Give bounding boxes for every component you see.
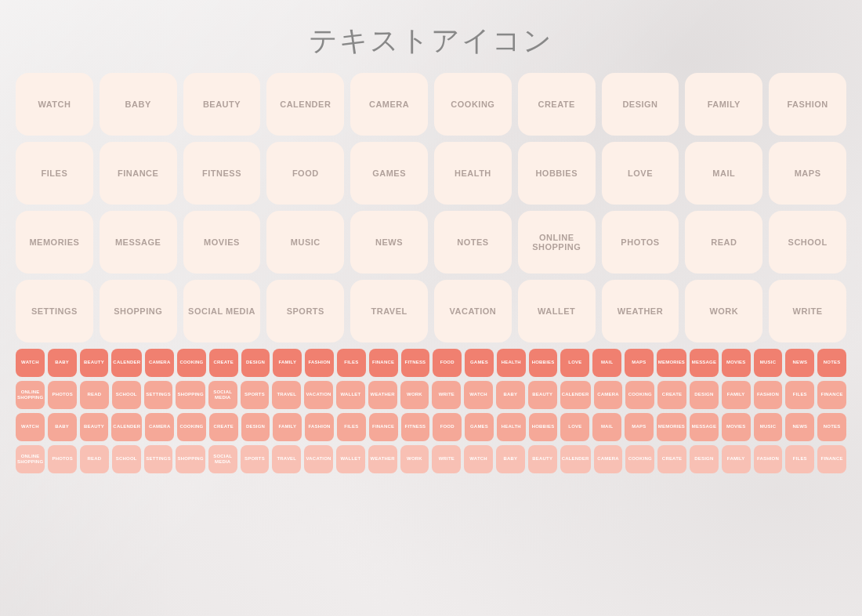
small-icon-food[interactable]: FOOD <box>433 413 462 441</box>
large-icon-movies[interactable]: MOVIES <box>183 211 261 274</box>
large-icon-maps[interactable]: MAPS <box>769 142 846 205</box>
small-icon-calender[interactable]: CALENDER <box>111 413 142 441</box>
small-icon-files[interactable]: FILES <box>785 381 814 409</box>
small-icon-create[interactable]: CREATE <box>209 413 238 441</box>
small-icon-finance[interactable]: FINANCE <box>369 413 398 441</box>
small-icon-watch[interactable]: WATCH <box>464 445 493 473</box>
small-icon-cooking[interactable]: COOKING <box>177 349 206 377</box>
small-icon-photos[interactable]: PHOTOS <box>48 381 77 409</box>
small-icon-write[interactable]: WRITE <box>432 381 461 409</box>
large-icon-food[interactable]: FOOD <box>266 142 344 205</box>
small-icon-wallet[interactable]: WALLET <box>336 381 365 409</box>
large-icon-social-media[interactable]: SOCIAL MEDIA <box>183 280 261 342</box>
small-icon-games[interactable]: GAMES <box>465 413 494 441</box>
small-icon-weather[interactable]: WEATHER <box>368 381 397 409</box>
small-icon-sports[interactable]: SPORTS <box>241 381 270 409</box>
small-icon-files[interactable]: FILES <box>337 413 366 441</box>
small-icon-news[interactable]: NEWS <box>785 349 814 377</box>
small-icon-files[interactable]: FILES <box>337 349 366 377</box>
small-icon-school[interactable]: SCHOOL <box>112 445 141 473</box>
small-icon-calender[interactable]: CALENDER <box>111 349 142 377</box>
small-icon-hobbies[interactable]: HOBBIES <box>529 413 558 441</box>
small-icon-settings[interactable]: SETTINGS <box>144 445 173 473</box>
small-icon-cooking[interactable]: COOKING <box>625 381 654 409</box>
small-icon-food[interactable]: FOOD <box>433 349 462 377</box>
small-icon-notes[interactable]: NOTES <box>817 349 846 377</box>
small-icon-beauty[interactable]: BEAUTY <box>80 349 109 377</box>
small-icon-write[interactable]: WRITE <box>432 445 461 473</box>
large-icon-shopping[interactable]: SHOPPING <box>100 280 177 342</box>
large-icon-message[interactable]: MESSAGE <box>100 211 177 274</box>
small-icon-social-media[interactable]: SOCIAL MEDIA <box>208 445 237 473</box>
small-icon-create[interactable]: CREATE <box>657 445 686 473</box>
small-icon-travel[interactable]: TRAVEL <box>272 381 301 409</box>
large-icon-create[interactable]: CREATE <box>518 73 596 136</box>
large-icon-watch[interactable]: WATCH <box>16 73 93 136</box>
small-icon-message[interactable]: MESSAGE <box>690 413 719 441</box>
small-icon-camera[interactable]: CAMERA <box>594 381 623 409</box>
small-icon-finance[interactable]: FINANCE <box>817 445 846 473</box>
large-icon-games[interactable]: GAMES <box>350 142 428 205</box>
small-icon-movies[interactable]: MOVIES <box>722 413 751 441</box>
large-icon-love[interactable]: LOVE <box>602 142 679 205</box>
large-icon-vacation[interactable]: VACATION <box>434 280 512 342</box>
large-icon-write[interactable]: WRITE <box>769 280 846 342</box>
large-icon-read[interactable]: READ <box>685 211 762 274</box>
large-icon-online-shopping[interactable]: ONLINE SHOPPING <box>518 211 596 274</box>
small-icon-create[interactable]: CREATE <box>209 349 238 377</box>
small-icon-work[interactable]: WORK <box>400 445 429 473</box>
large-icon-sports[interactable]: SPORTS <box>266 280 344 342</box>
large-icon-memories[interactable]: MEMORIES <box>16 211 93 274</box>
small-icon-watch[interactable]: WATCH <box>16 413 45 441</box>
large-icon-hobbies[interactable]: HOBBIES <box>518 142 596 205</box>
small-icon-camera[interactable]: CAMERA <box>145 349 174 377</box>
small-icon-fitness[interactable]: FITNESS <box>401 349 430 377</box>
small-icon-photos[interactable]: PHOTOS <box>48 445 77 473</box>
small-icon-design[interactable]: DESIGN <box>241 349 270 377</box>
small-icon-memories[interactable]: MEMORIES <box>657 413 686 441</box>
small-icon-shopping[interactable]: SHOPPING <box>176 381 205 409</box>
small-icon-music[interactable]: MUSIC <box>754 349 783 377</box>
small-icon-work[interactable]: WORK <box>400 381 429 409</box>
large-icon-weather[interactable]: WEATHER <box>602 280 679 342</box>
small-icon-wallet[interactable]: WALLET <box>336 445 365 473</box>
small-icon-create[interactable]: CREATE <box>657 381 686 409</box>
small-icon-settings[interactable]: SETTINGS <box>144 381 173 409</box>
small-icon-sports[interactable]: SPORTS <box>241 445 270 473</box>
small-icon-camera[interactable]: CAMERA <box>594 445 623 473</box>
large-icon-mail[interactable]: MAIL <box>685 142 762 205</box>
small-icon-design[interactable]: DESIGN <box>241 413 270 441</box>
small-icon-games[interactable]: GAMES <box>465 349 494 377</box>
small-icon-beauty[interactable]: BEAUTY <box>528 381 557 409</box>
small-icon-read[interactable]: READ <box>80 445 109 473</box>
small-icon-finance[interactable]: FINANCE <box>369 349 398 377</box>
large-icon-travel[interactable]: TRAVEL <box>350 280 428 342</box>
large-icon-beauty[interactable]: BEAUTY <box>183 73 261 136</box>
large-icon-music[interactable]: MUSIC <box>266 211 344 274</box>
small-icon-notes[interactable]: NOTES <box>817 413 846 441</box>
large-icon-design[interactable]: DESIGN <box>602 73 679 136</box>
small-icon-fashion[interactable]: FASHION <box>305 349 334 377</box>
small-icon-maps[interactable]: MAPS <box>625 413 654 441</box>
small-icon-vacation[interactable]: VACATION <box>304 381 333 409</box>
large-icon-finance[interactable]: FINANCE <box>100 142 177 205</box>
large-icon-notes[interactable]: NOTES <box>434 211 512 274</box>
small-icon-baby[interactable]: BABY <box>48 349 77 377</box>
small-icon-social-media[interactable]: SOCIAL MEDIA <box>208 381 237 409</box>
small-icon-fashion[interactable]: FASHION <box>754 381 783 409</box>
small-icon-online-shopping[interactable]: ONLINE SHOPPING <box>16 445 45 473</box>
small-icon-finance[interactable]: FINANCE <box>817 381 846 409</box>
small-icon-weather[interactable]: WEATHER <box>368 445 397 473</box>
small-icon-calender[interactable]: CALENDER <box>560 445 591 473</box>
large-icon-family[interactable]: FAMILY <box>685 73 762 136</box>
small-icon-fashion[interactable]: FASHION <box>754 445 783 473</box>
small-icon-cooking[interactable]: COOKING <box>625 445 654 473</box>
small-icon-family[interactable]: FAMILY <box>722 381 751 409</box>
small-icon-memories[interactable]: MEMORIES <box>657 349 686 377</box>
small-icon-camera[interactable]: CAMERA <box>145 413 174 441</box>
small-icon-love[interactable]: LOVE <box>560 349 589 377</box>
large-icon-settings[interactable]: SETTINGS <box>16 280 93 342</box>
small-icon-message[interactable]: MESSAGE <box>690 349 719 377</box>
small-icon-movies[interactable]: MOVIES <box>722 349 751 377</box>
small-icon-design[interactable]: DESIGN <box>690 445 719 473</box>
